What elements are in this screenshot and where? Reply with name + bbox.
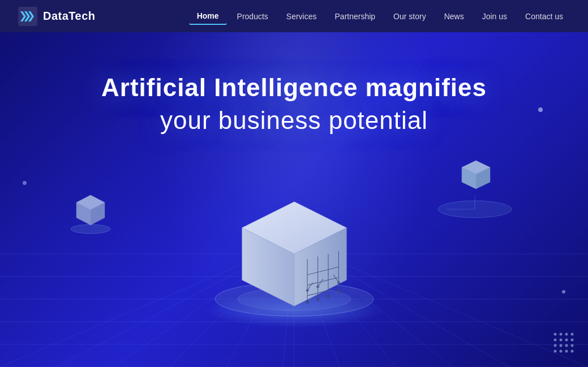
svg-point-60 [565,344,568,347]
svg-point-55 [560,339,563,342]
dot-bottom-right [562,290,565,293]
svg-point-39 [337,282,340,284]
logo-area[interactable]: DataTech [17,6,96,27]
nav-partnership[interactable]: Partnership [327,8,384,24]
svg-point-58 [554,344,557,347]
svg-point-65 [571,350,574,353]
nav-join-us[interactable]: Join us [474,8,515,24]
svg-point-64 [565,350,568,353]
svg-point-37 [306,290,308,292]
svg-point-36 [337,290,340,293]
hero-title-line2: your business potential [0,106,588,135]
hero-title-line1: Artificial Intelligence magnifies [0,74,588,102]
hero-text-block: Artificial Intelligence magnifies your b… [0,74,588,135]
corner-dots-pattern [551,330,579,358]
svg-point-50 [554,333,557,336]
svg-point-33 [306,301,308,304]
hero-section: Artificial Intelligence magnifies your b… [0,0,588,367]
nav-news[interactable]: News [436,8,472,24]
svg-point-35 [327,295,329,298]
deco-right-platform [435,192,514,221]
ai-cube [226,186,362,322]
nav-home[interactable]: Home [189,8,227,25]
nav-services[interactable]: Services [278,8,325,24]
nav-links: Home Products Services Partnership Our s… [189,8,571,25]
nav-products[interactable]: Products [229,8,276,24]
svg-point-61 [571,344,574,347]
deco-cube-right [461,158,492,195]
svg-point-52 [565,333,568,336]
svg-point-38 [316,286,319,288]
logo-text: DataTech [43,10,96,23]
svg-point-56 [565,339,568,342]
dot-mid-left [23,181,27,185]
svg-point-53 [571,333,574,336]
svg-point-57 [571,339,574,342]
deco-cube-left [74,192,108,232]
navbar: DataTech Home Products Services Partners… [0,0,588,32]
nav-our-story[interactable]: Our story [385,8,434,24]
nav-contact-us[interactable]: Contact us [517,8,571,24]
svg-point-59 [560,344,563,347]
svg-point-34 [316,298,319,301]
logo-icon [17,6,38,27]
svg-point-63 [560,350,563,353]
svg-point-62 [554,350,557,353]
svg-point-54 [554,339,557,342]
svg-point-51 [560,333,563,336]
